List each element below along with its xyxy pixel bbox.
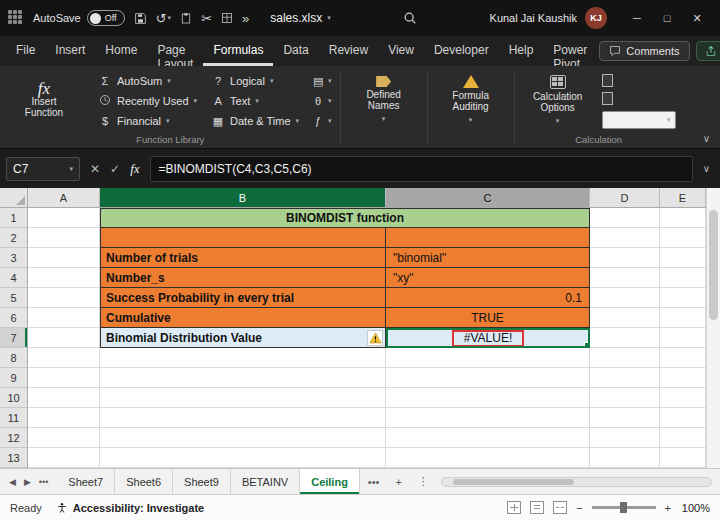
lookup-reference-button[interactable]: ▤ ▾ — [306, 71, 337, 91]
cell-e10[interactable] — [660, 388, 706, 408]
cell-d2[interactable] — [590, 228, 660, 248]
zoom-slider-thumb[interactable] — [620, 502, 627, 513]
cell-c7-active[interactable]: #VALUE! — [386, 328, 590, 348]
cell-d13[interactable] — [590, 448, 660, 468]
cell-a6[interactable] — [28, 308, 100, 328]
cell-c8[interactable] — [386, 348, 590, 368]
cell-b7[interactable]: Binomial Distribution Value — [100, 328, 386, 348]
row-header-13[interactable]: 13 — [0, 448, 28, 468]
cell-c9[interactable] — [386, 368, 590, 388]
financial-button[interactable]: $ Financial ▾ — [91, 111, 204, 131]
cell-b2[interactable] — [100, 228, 386, 248]
cell-e2[interactable] — [660, 228, 706, 248]
cell-e13[interactable] — [660, 448, 706, 468]
cell-e12[interactable] — [660, 428, 706, 448]
cell-e11[interactable] — [660, 408, 706, 428]
tab-data[interactable]: Data — [273, 36, 318, 66]
row-header-10[interactable]: 10 — [0, 388, 28, 408]
tab-file[interactable]: File — [6, 36, 45, 66]
recently-used-button[interactable]: Recently Used ▾ — [91, 91, 204, 111]
cell-b9[interactable] — [100, 368, 386, 388]
row-header-12[interactable]: 12 — [0, 428, 28, 448]
tab-home[interactable]: Home — [95, 36, 147, 66]
sheet-tab-sheet7[interactable]: Sheet7 — [57, 469, 115, 494]
cell-d5[interactable] — [590, 288, 660, 308]
horizontal-scrollbar[interactable] — [441, 477, 712, 487]
formula-auditing-button[interactable]: Formula Auditing ▾ — [431, 68, 511, 130]
cell-c10[interactable] — [386, 388, 590, 408]
tab-power-pivot[interactable]: Power Pivot — [543, 36, 597, 66]
cell-b1-title[interactable]: BINOMDIST function — [100, 208, 590, 228]
cell-b10[interactable] — [100, 388, 386, 408]
column-header-d[interactable]: D — [590, 188, 660, 208]
page-break-view-button[interactable] — [553, 501, 567, 514]
calculation-options-button[interactable]: Calculation Options ▾ — [518, 68, 598, 130]
autosum-button[interactable]: Σ AutoSum ▾ — [91, 71, 204, 91]
cell-d8[interactable] — [590, 348, 660, 368]
tab-page-layout[interactable]: Page Layout — [147, 36, 203, 66]
zoom-level[interactable]: 100% — [680, 502, 710, 514]
table-tool-icon[interactable] — [221, 12, 233, 24]
cell-d1[interactable] — [590, 208, 660, 228]
cell-e9[interactable] — [660, 368, 706, 388]
autosave-control[interactable]: AutoSave Off — [33, 10, 125, 26]
next-sheet-button[interactable]: ▶ — [24, 477, 31, 487]
accessibility-checker[interactable]: Accessibility: Investigate — [56, 502, 204, 514]
row-header-5[interactable]: 5 — [0, 288, 28, 308]
cell-d7[interactable] — [590, 328, 660, 348]
cell-c3[interactable]: "binomial" — [386, 248, 590, 268]
math-trig-button[interactable]: θ ▾ — [306, 91, 337, 111]
cell-e1[interactable] — [660, 208, 706, 228]
collapse-ribbon-icon[interactable]: ∨ — [703, 133, 710, 144]
cell-b3[interactable]: Number of trials — [100, 248, 386, 268]
sheet-tab-sheet6[interactable]: Sheet6 — [115, 469, 173, 494]
maximize-button[interactable]: □ — [652, 12, 682, 24]
cell-e7[interactable] — [660, 328, 706, 348]
column-header-e[interactable]: E — [660, 188, 706, 208]
defined-names-button[interactable]: Defined Names ▾ — [344, 68, 424, 130]
cell-a1[interactable] — [28, 208, 100, 228]
column-header-b[interactable]: B — [100, 188, 386, 208]
cell-e5[interactable] — [660, 288, 706, 308]
app-launcher-icon[interactable] — [8, 10, 24, 26]
column-header-c[interactable]: C — [386, 188, 590, 208]
sheet-tab-ceiling[interactable]: Ceiling — [300, 469, 360, 494]
sheet-tab-betainv[interactable]: BETAINV — [231, 469, 300, 494]
error-checking-button[interactable] — [367, 330, 383, 346]
insert-function-icon[interactable]: fx — [130, 161, 139, 177]
cell-a2[interactable] — [28, 228, 100, 248]
cell-b4[interactable]: Number_s — [100, 268, 386, 288]
cell-d3[interactable] — [590, 248, 660, 268]
search-icon[interactable] — [403, 11, 417, 25]
clipboard-icon[interactable] — [180, 12, 192, 25]
sheet-overflow-left[interactable]: ••• — [39, 477, 48, 487]
text-button[interactable]: A Text ▾ — [204, 91, 306, 111]
save-icon[interactable] — [134, 12, 147, 25]
cell-a8[interactable] — [28, 348, 100, 368]
cell-a11[interactable] — [28, 408, 100, 428]
more-functions-button[interactable]: ƒ ▾ — [306, 111, 337, 131]
cell-e6[interactable] — [660, 308, 706, 328]
name-box[interactable]: C7 ▾ — [6, 157, 80, 181]
cell-a7[interactable] — [28, 328, 100, 348]
document-title[interactable]: sales.xlsx ▾ — [270, 11, 331, 25]
tab-insert[interactable]: Insert — [45, 36, 95, 66]
horizontal-scrollbar-thumb[interactable] — [453, 479, 574, 485]
sheet-tab-sheet9[interactable]: Sheet9 — [173, 469, 231, 494]
normal-view-button[interactable] — [507, 501, 521, 514]
cell-a12[interactable] — [28, 428, 100, 448]
avatar[interactable]: KJ — [585, 7, 607, 29]
cell-c12[interactable] — [386, 428, 590, 448]
cell-d4[interactable] — [590, 268, 660, 288]
row-header-11[interactable]: 11 — [0, 408, 28, 428]
cell-a4[interactable] — [28, 268, 100, 288]
tab-review[interactable]: Review — [319, 36, 378, 66]
cell-b11[interactable] — [100, 408, 386, 428]
sheet-options-kebab[interactable]: ⋮ — [410, 469, 437, 494]
cell-e4[interactable] — [660, 268, 706, 288]
cell-c13[interactable] — [386, 448, 590, 468]
row-header-2[interactable]: 2 — [0, 228, 28, 248]
cell-d9[interactable] — [590, 368, 660, 388]
date-time-button[interactable]: ▦ Date & Time ▾ — [204, 111, 306, 131]
vertical-scrollbar-thumb[interactable] — [709, 210, 718, 320]
